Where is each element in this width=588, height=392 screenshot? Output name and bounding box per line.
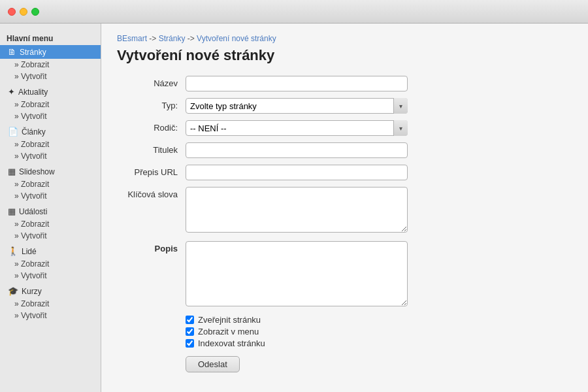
breadcrumb-vytvoreni[interactable]: Vytvoření nové stránky bbox=[197, 34, 276, 43]
select-rodic[interactable]: -- NENÍ -- bbox=[186, 120, 408, 136]
slideshow-zobrazit[interactable]: » Zobrazit bbox=[0, 178, 101, 190]
form-row-prepis-url: Přepis URL bbox=[117, 165, 572, 180]
main-content: BEsmart -> Stránky -> Vytvoření nové str… bbox=[101, 24, 588, 392]
sidebar: Hlavní menu 🗎 Stránky » Zobrazit » Vytvo… bbox=[0, 24, 101, 392]
sidebar-item-aktuality[interactable]: ✦ Aktuality bbox=[0, 85, 101, 99]
sidebar-item-stranky-label: Stránky bbox=[20, 48, 46, 57]
titlebar bbox=[0, 0, 588, 24]
input-nazev[interactable] bbox=[186, 76, 408, 91]
lide-icon: 🚶 bbox=[8, 246, 18, 256]
checkbox-indexovat[interactable] bbox=[186, 339, 194, 348]
field-typ: Zvolte typ stránky ▾ bbox=[186, 98, 572, 114]
sidebar-item-slideshow-label: Slideshow bbox=[19, 167, 55, 176]
input-prepis-url[interactable] bbox=[186, 165, 408, 180]
form-row-rodic: Rodič: -- NENÍ -- ▾ bbox=[117, 120, 572, 136]
kurzy-icon: 🎓 bbox=[8, 286, 18, 296]
field-popis bbox=[186, 241, 572, 308]
clanky-vytvorit[interactable]: » Vytvořit bbox=[0, 150, 101, 162]
select-typ[interactable]: Zvolte typ stránky bbox=[186, 98, 408, 114]
input-titulek[interactable] bbox=[186, 142, 408, 158]
aktuality-zobrazit[interactable]: » Zobrazit bbox=[0, 99, 101, 110]
label-prepis-url: Přepis URL bbox=[117, 165, 186, 177]
sidebar-item-udalosti[interactable]: ▦ Události bbox=[0, 204, 101, 218]
checkboxes-area: Zveřejnit stránku Zobrazit v menu Indexo… bbox=[186, 315, 572, 348]
udalosti-vytvorit[interactable]: » Vytvořit bbox=[0, 230, 101, 242]
sidebar-item-stranky[interactable]: 🗎 Stránky bbox=[0, 45, 101, 59]
sidebar-section-udalosti: ▦ Události » Zobrazit » Vytvořit bbox=[0, 204, 101, 242]
form-row-typ: Typ: Zvolte typ stránky ▾ bbox=[117, 98, 572, 114]
kurzy-zobrazit[interactable]: » Zobrazit bbox=[0, 298, 101, 310]
sidebar-item-aktuality-label: Aktuality bbox=[18, 88, 48, 97]
select-wrapper-typ: Zvolte typ stránky ▾ bbox=[186, 98, 408, 114]
close-button[interactable] bbox=[8, 8, 16, 16]
label-rodic: Rodič: bbox=[117, 120, 186, 133]
checkbox-row-zverejnit: Zveřejnit stránku bbox=[186, 315, 572, 325]
form-row-nazev: Název bbox=[117, 76, 572, 91]
breadcrumb-stranky[interactable]: Stránky bbox=[159, 34, 186, 43]
aktuality-icon: ✦ bbox=[8, 87, 15, 97]
sidebar-section-slideshow: ▦ Slideshow » Zobrazit » Vytvořit bbox=[0, 165, 101, 202]
breadcrumb-besmart[interactable]: BEsmart bbox=[117, 34, 147, 43]
sidebar-section-lide: 🚶 Lidé » Zobrazit » Vytvořit bbox=[0, 244, 101, 282]
label-typ: Typ: bbox=[117, 98, 186, 110]
sidebar-item-clanky[interactable]: 📄 Články bbox=[0, 125, 101, 139]
page-title: Vytvoření nové stránky bbox=[117, 47, 572, 64]
sidebar-section-kurzy: 🎓 Kurzy » Zobrazit » Vytvořit bbox=[0, 284, 101, 321]
field-nazev bbox=[186, 76, 572, 91]
sidebar-section-stranky: 🗎 Stránky » Zobrazit » Vytvořit bbox=[0, 45, 101, 82]
sidebar-item-clanky-label: Články bbox=[22, 127, 46, 137]
label-klicova-slova: Klíčová slova bbox=[117, 187, 186, 199]
label-nazev: Název bbox=[117, 76, 186, 88]
slideshow-vytvorit[interactable]: » Vytvořit bbox=[0, 190, 101, 202]
checkbox-row-indexovat: Indexovat stránku bbox=[186, 338, 572, 348]
checkbox-zverejnit[interactable] bbox=[186, 316, 194, 324]
label-indexovat: Indexovat stránku bbox=[198, 338, 265, 348]
submit-area: Odeslat bbox=[186, 356, 572, 372]
breadcrumb: BEsmart -> Stránky -> Vytvoření nové str… bbox=[117, 34, 572, 43]
form-row-titulek: Titulek bbox=[117, 142, 572, 158]
label-popis: Popis bbox=[117, 241, 186, 253]
maximize-button[interactable] bbox=[31, 8, 39, 16]
stranky-zobrazit[interactable]: » Zobrazit bbox=[0, 59, 101, 71]
sidebar-item-udalosti-label: Události bbox=[19, 207, 47, 216]
field-titulek bbox=[186, 142, 572, 158]
label-zobrazit-menu: Zobrazit v menu bbox=[198, 327, 259, 336]
form-row-klicova-slova: Klíčová slova bbox=[117, 187, 572, 235]
textarea-popis[interactable] bbox=[186, 241, 408, 306]
minimize-button[interactable] bbox=[20, 8, 27, 16]
form-row-popis: Popis bbox=[117, 241, 572, 308]
lide-zobrazit[interactable]: » Zobrazit bbox=[0, 258, 101, 270]
lide-vytvorit[interactable]: » Vytvořit bbox=[0, 270, 101, 282]
sidebar-item-slideshow[interactable]: ▦ Slideshow bbox=[0, 165, 101, 178]
sidebar-item-lide-label: Lidé bbox=[22, 247, 37, 256]
create-page-form: Název Typ: Zvolte typ stránky ▾ bbox=[117, 76, 572, 372]
field-prepis-url bbox=[186, 165, 572, 180]
stranky-icon: 🗎 bbox=[8, 47, 16, 57]
checkbox-zobrazit-menu[interactable] bbox=[186, 327, 194, 336]
clanky-zobrazit[interactable]: » Zobrazit bbox=[0, 139, 101, 150]
label-titulek: Titulek bbox=[117, 142, 186, 155]
sidebar-item-lide[interactable]: 🚶 Lidé bbox=[0, 244, 101, 258]
traffic-lights bbox=[8, 8, 39, 16]
sidebar-item-kurzy-label: Kurzy bbox=[22, 287, 42, 296]
udalosti-icon: ▦ bbox=[8, 206, 16, 216]
udalosti-zobrazit[interactable]: » Zobrazit bbox=[0, 218, 101, 230]
submit-button[interactable]: Odeslat bbox=[186, 356, 240, 372]
aktuality-vytvorit[interactable]: » Vytvořit bbox=[0, 110, 101, 122]
field-klicova-slova bbox=[186, 187, 572, 235]
stranky-vytvorit[interactable]: » Vytvořit bbox=[0, 71, 101, 82]
kurzy-vytvorit[interactable]: » Vytvořit bbox=[0, 310, 101, 321]
sidebar-title: Hlavní menu bbox=[0, 30, 101, 45]
sidebar-section-clanky: 📄 Články » Zobrazit » Vytvořit bbox=[0, 125, 101, 162]
select-wrapper-rodic: -- NENÍ -- ▾ bbox=[186, 120, 408, 136]
label-zverejnit: Zveřejnit stránku bbox=[198, 315, 261, 325]
field-rodic: -- NENÍ -- ▾ bbox=[186, 120, 572, 136]
checkbox-row-zobrazit-menu: Zobrazit v menu bbox=[186, 327, 572, 336]
slideshow-icon: ▦ bbox=[8, 167, 16, 176]
clanky-icon: 📄 bbox=[8, 127, 18, 137]
app-window: Hlavní menu 🗎 Stránky » Zobrazit » Vytvo… bbox=[0, 24, 588, 392]
sidebar-item-kurzy[interactable]: 🎓 Kurzy bbox=[0, 284, 101, 298]
sidebar-section-aktuality: ✦ Aktuality » Zobrazit » Vytvořit bbox=[0, 85, 101, 122]
textarea-klicova-slova[interactable] bbox=[186, 187, 408, 233]
